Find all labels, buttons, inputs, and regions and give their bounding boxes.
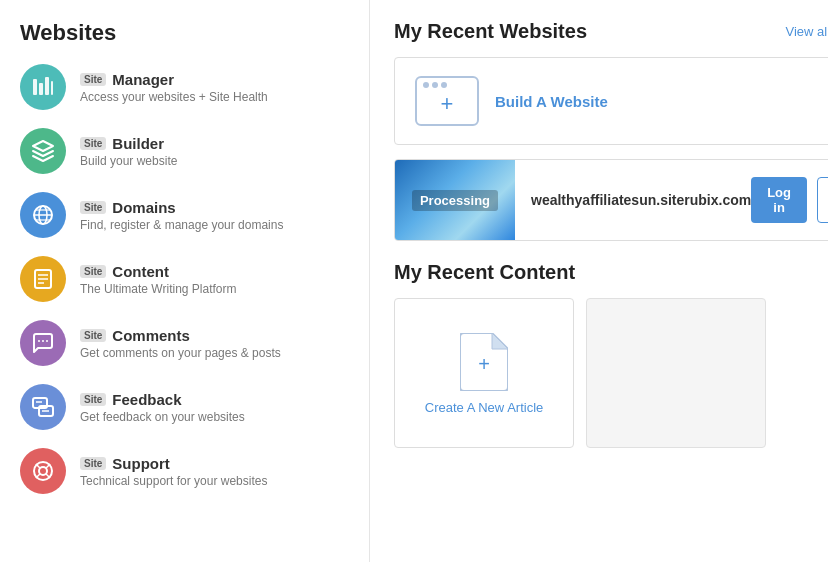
comments-site-badge: Site <box>80 329 106 342</box>
content-label: Site Content <box>80 263 237 280</box>
build-plus-icon: + <box>441 91 454 117</box>
manager-desc: Access your websites + Site Health <box>80 90 268 104</box>
svg-point-13 <box>38 340 40 342</box>
sidebar-item-support[interactable]: Site Support Technical support for your … <box>20 448 349 494</box>
manager-site-badge: Site <box>80 73 106 86</box>
website-thumbnail: Processing <box>395 160 515 240</box>
support-desc: Technical support for your websites <box>80 474 267 488</box>
view-all-websites-link[interactable]: View all my websites <box>785 24 828 39</box>
new-article-icon: + <box>459 332 509 392</box>
builder-desc: Build your website <box>80 154 177 168</box>
feedback-label: Site Feedback <box>80 391 245 408</box>
support-icon <box>20 448 66 494</box>
website-info: wealthyaffiliatesun.siterubix.com Log in… <box>515 161 828 239</box>
manager-label: Site Manager <box>80 71 268 88</box>
processing-website-card: Processing wealthyaffiliatesun.siterubix… <box>394 159 828 241</box>
recent-websites-header: My Recent Websites View all my websites <box>394 20 828 43</box>
main-content: My Recent Websites View all my websites … <box>370 0 828 562</box>
builder-icon <box>20 128 66 174</box>
feedback-desc: Get feedback on your websites <box>80 410 245 424</box>
support-text-group: Site Support Technical support for your … <box>80 455 267 488</box>
comments-desc: Get comments on your pages & posts <box>80 346 281 360</box>
svg-point-21 <box>39 467 47 475</box>
recent-websites-title: My Recent Websites <box>394 20 587 43</box>
svg-text:+: + <box>478 353 490 375</box>
svg-rect-1 <box>39 83 43 95</box>
content-text-group: Site Content The Ultimate Writing Platfo… <box>80 263 237 296</box>
domains-site-badge: Site <box>80 201 106 214</box>
manager-icon <box>20 64 66 110</box>
svg-rect-3 <box>51 81 53 95</box>
svg-point-15 <box>46 340 48 342</box>
sidebar-item-builder[interactable]: Site Builder Build your website <box>20 128 349 174</box>
sidebar-item-content[interactable]: Site Content The Ultimate Writing Platfo… <box>20 256 349 302</box>
domains-label: Site Domains <box>80 199 283 216</box>
content-cards-container: + Create A New Article <box>394 298 828 448</box>
builder-text-group: Site Builder Build your website <box>80 135 177 168</box>
content-site-badge: Site <box>80 265 106 278</box>
svg-rect-0 <box>33 79 37 95</box>
comments-label: Site Comments <box>80 327 281 344</box>
domains-desc: Find, register & manage your domains <box>80 218 283 232</box>
svg-point-14 <box>42 340 44 342</box>
sidebar-item-comments[interactable]: Site Comments Get comments on your pages… <box>20 320 349 366</box>
sidebar-item-feedback[interactable]: Site Feedback Get feedback on your websi… <box>20 384 349 430</box>
view-details-button[interactable]: View details <box>817 177 828 223</box>
empty-content-card <box>586 298 766 448</box>
sidebar-item-domains[interactable]: Site Domains Find, register & manage you… <box>20 192 349 238</box>
feedback-icon <box>20 384 66 430</box>
processing-label: Processing <box>412 190 498 211</box>
build-website-label: Build A Website <box>495 93 608 110</box>
build-website-card[interactable]: + Build A Website <box>394 57 828 145</box>
recent-content-title: My Recent Content <box>394 261 828 284</box>
support-site-badge: Site <box>80 457 106 470</box>
website-url: wealthyaffiliatesun.siterubix.com <box>531 192 751 208</box>
builder-site-badge: Site <box>80 137 106 150</box>
builder-label: Site Builder <box>80 135 177 152</box>
sidebar-item-manager[interactable]: Site Manager Access your websites + Site… <box>20 64 349 110</box>
domains-icon <box>20 192 66 238</box>
feedback-text-group: Site Feedback Get feedback on your websi… <box>80 391 245 424</box>
comments-icon <box>20 320 66 366</box>
manager-text-group: Site Manager Access your websites + Site… <box>80 71 268 104</box>
website-actions: Log in View details <box>751 177 828 223</box>
sidebar: Websites Site Manager Access your websit… <box>0 0 370 562</box>
create-article-label: Create A New Article <box>425 400 544 415</box>
svg-rect-2 <box>45 77 49 95</box>
login-button[interactable]: Log in <box>751 177 807 223</box>
build-website-icon-box: + <box>415 76 479 126</box>
content-icon <box>20 256 66 302</box>
support-label: Site Support <box>80 455 267 472</box>
feedback-site-badge: Site <box>80 393 106 406</box>
sidebar-title: Websites <box>20 20 349 46</box>
domains-text-group: Site Domains Find, register & manage you… <box>80 199 283 232</box>
comments-text-group: Site Comments Get comments on your pages… <box>80 327 281 360</box>
content-desc: The Ultimate Writing Platform <box>80 282 237 296</box>
create-article-card[interactable]: + Create A New Article <box>394 298 574 448</box>
